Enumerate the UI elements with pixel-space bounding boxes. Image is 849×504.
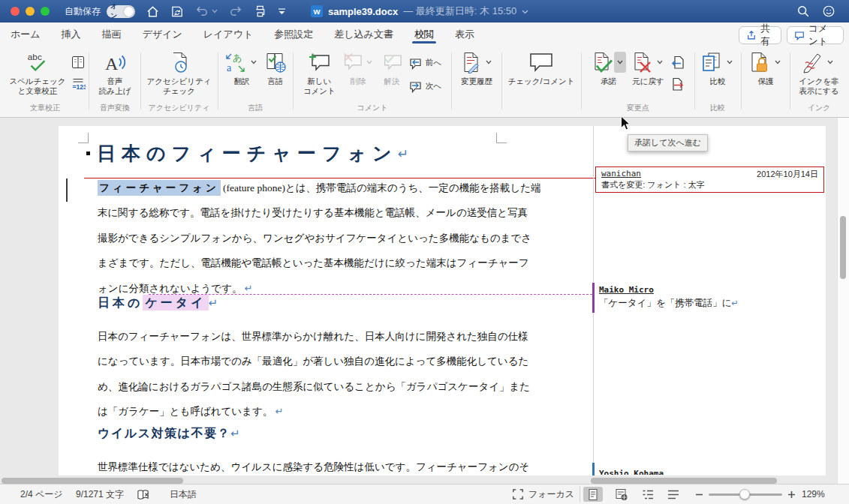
commented-text[interactable]: ケータイ: [143, 295, 208, 310]
tab-view[interactable]: 表示: [455, 22, 474, 46]
minimize-button[interactable]: [26, 7, 35, 16]
tab-insert[interactable]: 挿入: [62, 22, 81, 46]
track-changes-button[interactable]: 変更履歴: [459, 50, 495, 86]
paragraph-text: ォンに分類されないようです。: [98, 283, 242, 294]
focus-mode-button[interactable]: フォーカス: [512, 484, 574, 504]
search-icon[interactable]: [796, 4, 810, 18]
language-indicator[interactable]: 日本語: [170, 484, 197, 504]
language-button[interactable]: 言語: [264, 50, 287, 86]
document-heading-2[interactable]: 日本のケータイ↵: [98, 296, 218, 311]
print-layout-view-button[interactable]: [583, 487, 603, 502]
tab-review[interactable]: 校閲: [414, 22, 434, 46]
check-comments-button[interactable]: チェック/コメント: [508, 50, 575, 86]
zoom-in-button[interactable]: [787, 484, 796, 504]
vertical-scrollbar-thumb[interactable]: [840, 216, 846, 279]
protect-chevron-icon[interactable]: [772, 52, 784, 73]
paragraph-2[interactable]: 日本のフィーチャーフォンは、世界標準からかけ離れた、日本人向けに開発された独自の…: [98, 324, 530, 424]
share-button[interactable]: 共有: [739, 26, 781, 44]
horizontal-scrollbar-thumb[interactable]: [2, 478, 183, 484]
tab-references[interactable]: 参照設定: [274, 22, 313, 46]
thesaurus-icon[interactable]: [71, 55, 86, 70]
read-aloud-button[interactable]: A 音声 読み上げ: [99, 50, 131, 96]
group-label-ink: インク: [792, 103, 846, 113]
tooltip: 承諾して次へ進む: [628, 134, 708, 152]
accept-change-button[interactable]: 承諾: [591, 50, 626, 86]
next-change-icon[interactable]: [670, 77, 685, 92]
draft-view-button[interactable]: [664, 487, 683, 502]
paragraph-mark: ↵: [245, 283, 253, 294]
home-icon[interactable]: [146, 4, 160, 19]
protect-button[interactable]: 保護: [748, 50, 784, 86]
spellcheck-button[interactable]: abc スペルチェック と文章校正: [5, 50, 71, 96]
redo-icon[interactable]: [228, 4, 242, 19]
vertical-scrollbar[interactable]: [837, 118, 849, 484]
accept-change-chevron-icon[interactable]: [614, 52, 626, 73]
outline-view-button[interactable]: [638, 487, 658, 502]
title-chevron-icon[interactable]: [522, 10, 528, 14]
svg-text:A: A: [105, 54, 119, 74]
document-status: — 最終更新日時: 木 15:50: [403, 4, 516, 18]
tab-layout[interactable]: レイアウト: [203, 22, 254, 46]
selected-text[interactable]: フィーチャーフォン: [98, 180, 221, 196]
undo-icon[interactable]: [195, 4, 209, 19]
new-comment-button[interactable]: 新しい コメント: [303, 50, 336, 96]
tab-home[interactable]: ホーム: [11, 22, 41, 46]
reject-change-chevron-icon[interactable]: [654, 52, 666, 73]
text-boundary-mark: [496, 133, 507, 143]
word-count-indicator[interactable]: 9/1271 文字: [76, 484, 124, 504]
document-heading-3[interactable]: ウイルス対策は不要？↵: [98, 426, 239, 442]
comment-balloon[interactable]: Maiko Micro 「ケータイ」を「携帯電話」に↵: [599, 285, 739, 310]
comments-button[interactable]: コメント: [787, 26, 844, 44]
word-count-icon[interactable]: =123: [71, 76, 86, 92]
compare-chevron-icon[interactable]: [724, 52, 736, 73]
hide-ink-chevron-icon[interactable]: [824, 52, 836, 73]
group-separator: [293, 52, 294, 110]
paragraph-mark: ↵: [398, 146, 408, 161]
comment-text: 「ケータイ」を「携帯電話」に: [599, 298, 731, 308]
ribbon-tab-bar: ホーム 挿入 描画 デザイン レイアウト 参照設定 差し込み文書 校閲 表示 共…: [0, 22, 849, 46]
next-comment-button[interactable]: 次へ: [408, 79, 441, 94]
compare-button[interactable]: 比較: [700, 50, 736, 86]
revision-balloon[interactable]: wanichan 2012年10月14日 書式を変更: フォント : 太字: [595, 166, 824, 193]
save-icon[interactable]: [170, 4, 185, 19]
comment-anchor-bar: [592, 283, 595, 313]
proofing-status-icon[interactable]: [137, 484, 150, 504]
tab-draw[interactable]: 描画: [102, 22, 122, 46]
translate-button[interactable]: あa 翻訳: [224, 50, 260, 86]
compare-label: 比較: [710, 76, 726, 86]
track-changes-chevron-icon[interactable]: [483, 52, 495, 73]
hide-ink-button[interactable]: インクを非 表示にする: [799, 50, 838, 96]
reject-change-button[interactable]: 元に戻す: [631, 50, 666, 86]
previous-comment-button[interactable]: 前へ: [408, 56, 441, 70]
tab-design[interactable]: デザイン: [143, 22, 182, 46]
toolbar-options-icon[interactable]: [278, 8, 286, 15]
zoom-out-button[interactable]: [695, 484, 703, 504]
paragraph-text: になっています。日本市場でのみ「最適化」が著しい独自の進化によって多機能化してい…: [98, 349, 530, 374]
translate-chevron-icon[interactable]: [248, 52, 260, 73]
resolve-comment-button[interactable]: 解決: [381, 50, 402, 86]
share-label: 共有: [760, 22, 774, 48]
autosave-toggle[interactable]: オン: [107, 5, 135, 18]
accessibility-check-button[interactable]: アクセシビリティ チェック: [147, 50, 212, 96]
tab-mailings[interactable]: 差し込み文書: [334, 22, 393, 46]
fullscreen-button[interactable]: [41, 7, 50, 16]
zoom-level[interactable]: 129%: [802, 484, 825, 504]
feedback-smiley-icon[interactable]: [822, 4, 835, 18]
page-indicator[interactable]: 2/4 ページ: [20, 484, 63, 504]
print-icon[interactable]: [253, 4, 267, 19]
revision-balloon-clipped[interactable]: Yoshio Kohama: [599, 466, 664, 475]
undo-chevron-icon[interactable]: [212, 9, 218, 14]
web-layout-view-button[interactable]: [612, 487, 631, 502]
markup-horizontal-scrollbar-thumb[interactable]: [591, 478, 777, 484]
close-button[interactable]: [11, 7, 20, 16]
group-label-speech: 音声変換: [91, 103, 139, 113]
heading-2-text: 日本の: [98, 296, 143, 309]
hide-ink-label: インクを非 表示にする: [799, 76, 838, 96]
paragraph-1[interactable]: フィーチャーフォン (feature phone)とは、携帯電話の端末のうち、一…: [98, 176, 541, 301]
delete-comment-button[interactable]: 削除: [342, 50, 375, 86]
previous-change-icon[interactable]: [670, 56, 685, 70]
document-heading-1[interactable]: 日本のフィーチャーフォン ↵: [86, 141, 408, 166]
paragraph-3[interactable]: 世界標準仕様ではないため、ウイルスに感染する危険性は低いです。フィーチャーフォン…: [98, 454, 529, 479]
delete-comment-chevron-icon[interactable]: [363, 52, 375, 73]
zoom-slider-knob[interactable]: [739, 489, 750, 500]
